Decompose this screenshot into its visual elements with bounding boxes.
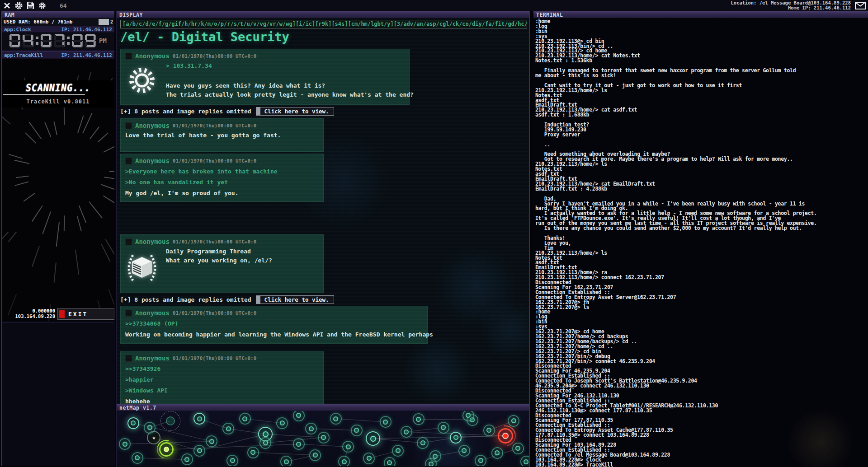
netmap-node[interactable] (384, 457, 396, 466)
post-thumbnail[interactable] (125, 310, 132, 317)
post-reply-link[interactable]: > 103.31.7.34 (166, 61, 414, 70)
exit-button-label: EXIT (68, 311, 88, 318)
netmap-node[interactable] (462, 411, 474, 421)
netmap-node[interactable] (193, 413, 205, 425)
trace-timer: 0.000000 (2, 308, 55, 313)
netmap-node[interactable] (144, 422, 156, 434)
netmap-node-active[interactable] (159, 442, 174, 457)
clock-digit (72, 34, 83, 47)
netmap-node[interactable] (330, 413, 342, 425)
netmap-node-current[interactable] (498, 428, 513, 444)
gear-icon[interactable] (37, 1, 47, 10)
netmap-node[interactable] (401, 426, 412, 438)
netmap-node[interactable] (132, 452, 143, 464)
post-thumbnail[interactable] (125, 53, 132, 60)
netmap-node[interactable] (239, 413, 251, 425)
ram-used-label: USED RAM: 660mb / 761mb (2, 19, 99, 25)
post-text-line (166, 70, 414, 81)
netmap-node[interactable] (293, 438, 305, 450)
netmap-node[interactable] (276, 417, 288, 429)
click-to-view-button[interactable]: Click here to view. (256, 107, 334, 116)
netmap-node[interactable] (127, 417, 139, 429)
button-grip-block (256, 296, 260, 304)
netmap-node[interactable] (226, 455, 238, 466)
close-icon[interactable] (2, 1, 12, 10)
terminal-output[interactable]: :home :log :bin :sys 210.23.192.113@> cd… (533, 18, 868, 467)
netmap-node[interactable] (363, 453, 375, 464)
post-thumbnail[interactable] (125, 158, 132, 164)
post-author: Anonymous (135, 157, 170, 164)
post-thumbnail[interactable] (125, 122, 132, 129)
netmap-node[interactable] (318, 432, 330, 444)
email-icon[interactable] (854, 0, 867, 10)
location-readout: Location: /el Message Board@103.164.89.2… (731, 0, 851, 10)
post-text-line: Love the trial of haste - you gotta go f… (125, 131, 319, 140)
netmap-node[interactable] (293, 411, 305, 421)
netmap-node[interactable] (475, 455, 486, 466)
sunburst-emblem-image[interactable] (125, 61, 159, 99)
netmap-node[interactable] (450, 432, 462, 444)
trace-counter-readout: 0.000000 103.164.89.228 (2, 308, 57, 320)
omitted-posts-text: [+] 8 posts and image replies omitted (120, 296, 251, 303)
post-reply-link[interactable]: >>37334068 (OP) (125, 318, 433, 329)
greentext-line: >Windows API (125, 385, 319, 396)
board-links-bar[interactable]: [a/b/c/d/e/f/g/gif/h/hr/k/m/o/p/r/s/t/u/… (120, 20, 527, 28)
page-title: /el/ - Digital Security (120, 30, 529, 45)
clock-digit (85, 34, 96, 47)
post-author: Anonymous (135, 355, 170, 362)
netmap-node[interactable] (259, 437, 271, 449)
tracekill-footer: 0.000000 103.164.89.228 EXIT (2, 308, 114, 320)
netmap-node[interactable] (512, 443, 524, 454)
post-text: >Everyone here has broken into that mach… (125, 166, 319, 199)
netmap-node[interactable] (392, 445, 404, 457)
thread-list: Anonymous01/01/1970(Thu)00:00 UTC+0:0> 1… (120, 49, 529, 404)
post-author: Anonymous (135, 238, 170, 245)
post-thumbnail[interactable] (125, 238, 132, 245)
netmap-node[interactable] (181, 453, 193, 465)
post-reply-link[interactable]: >>37343926 (125, 364, 319, 374)
trace-target-ip: 103.164.89.228 (2, 313, 55, 319)
books-laurel-image[interactable] (125, 247, 159, 284)
netmap-node[interactable] (417, 437, 429, 449)
netmap-node[interactable] (222, 423, 234, 434)
netmap-node[interactable] (305, 423, 317, 434)
save-icon[interactable] (25, 1, 35, 10)
netmap-node[interactable] (351, 425, 363, 436)
post-text-line: Daily Programming Thread (166, 247, 319, 256)
netmap-node[interactable] (438, 422, 449, 434)
message-board: [a/b/c/d/e/f/g/gif/h/hr/k/m/o/p/r/s/t/u/… (117, 18, 529, 404)
netmap-node[interactable] (247, 447, 259, 458)
post-author: Anonymous (135, 122, 170, 129)
post-thumbnail[interactable] (125, 355, 132, 362)
post-body: Daily Programming ThreadWhat are you wor… (125, 247, 319, 284)
ram-panel-header: RAM (2, 11, 114, 18)
netmap-node[interactable] (380, 416, 392, 428)
netmap-node[interactable] (338, 456, 350, 466)
post-body: >>37334068 (OP)Working on becoming happi… (125, 318, 423, 340)
thread-divider-vertical (526, 236, 526, 400)
post-text-line: What are you working on, /el/? (166, 256, 319, 265)
netmap-node-selected[interactable] (160, 411, 180, 431)
netmap-node[interactable] (520, 456, 529, 466)
post-body: > 103.31.7.34 Have you guys seen this? A… (125, 61, 405, 99)
click-to-view-button[interactable]: Click here to view. (256, 295, 334, 304)
netmap-node[interactable] (483, 425, 495, 436)
post-timestamp: 01/01/1970(Thu)00:00 UTC+0:0 (173, 123, 256, 129)
ram-badge: 2 (109, 19, 114, 24)
greentext-line: >Everyone here has broken into that mach… (125, 166, 319, 177)
netmap: ★ (117, 411, 529, 466)
gear-icon[interactable] (14, 1, 24, 10)
post-text: Love the trial of haste - you gotta go f… (125, 131, 319, 140)
clock-display: PM (2, 33, 114, 50)
netmap-node[interactable] (491, 447, 503, 459)
netmap-node[interactable] (193, 445, 205, 457)
exit-button[interactable]: EXIT (57, 308, 114, 320)
post-timestamp: 01/01/1970(Thu)00:00 UTC+0:0 (173, 239, 256, 245)
netmap-node[interactable] (309, 449, 321, 461)
clock-app-ip: IP: 211.46.46.112 (61, 27, 112, 32)
clock-digit (9, 34, 20, 47)
netmap-node[interactable] (280, 456, 292, 466)
clock-app-header: app:Clock IP: 211.46.46.112 (2, 26, 114, 33)
clock-app-title: app:Clock (4, 27, 31, 32)
netmap-node[interactable] (458, 445, 470, 457)
